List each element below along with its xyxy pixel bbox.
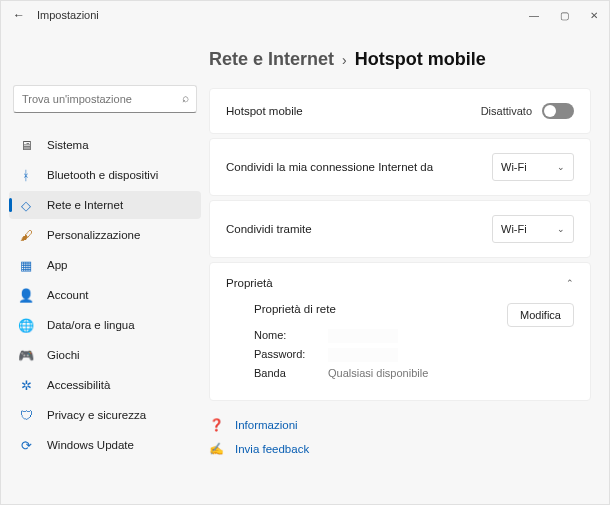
properties-section-title: Proprietà di rete xyxy=(254,303,428,315)
sidebar-item-label: Windows Update xyxy=(47,439,134,451)
share-from-card: Condividi la mia connessione Internet da… xyxy=(209,138,591,196)
sidebar-item-1[interactable]: ᚼBluetooth e dispositivi xyxy=(9,161,201,189)
sidebar-item-5[interactable]: 👤Account xyxy=(9,281,201,309)
sidebar-icon: 🛡 xyxy=(17,406,35,424)
minimize-button[interactable]: — xyxy=(519,1,549,29)
window-controls: — ▢ ✕ xyxy=(519,1,609,29)
back-button[interactable]: ← xyxy=(9,5,29,25)
edit-button[interactable]: Modifica xyxy=(507,303,574,327)
chevron-up-icon: ⌃ xyxy=(566,278,574,288)
feedback-link[interactable]: Invia feedback xyxy=(235,443,309,455)
sidebar-item-label: Account xyxy=(47,289,89,301)
prop-name-value xyxy=(328,329,398,343)
search-icon: ⌕ xyxy=(182,91,189,105)
breadcrumb-current: Hotspot mobile xyxy=(355,49,486,70)
sidebar-icon: ▦ xyxy=(17,256,35,274)
sidebar-item-6[interactable]: 🌐Data/ora e lingua xyxy=(9,311,201,339)
sidebar-item-3[interactable]: 🖌Personalizzazione xyxy=(9,221,201,249)
window-title: Impostazioni xyxy=(37,9,99,21)
hotspot-state-text: Disattivato xyxy=(481,105,532,117)
prop-name-label: Nome: xyxy=(254,329,310,345)
help-link[interactable]: Informazioni xyxy=(235,419,298,431)
sidebar-item-9[interactable]: 🛡Privacy e sicurezza xyxy=(9,401,201,429)
prop-password-label: Password: xyxy=(254,348,310,364)
sidebar-icon: 👤 xyxy=(17,286,35,304)
sidebar: ⌕ 🖥SistemaᚼBluetooth e dispositivi◇Rete … xyxy=(1,29,209,504)
share-over-value: Wi-Fi xyxy=(501,223,527,235)
help-icon: ❓ xyxy=(209,418,225,432)
sidebar-item-7[interactable]: 🎮Giochi xyxy=(9,341,201,369)
search-wrap: ⌕ xyxy=(13,85,197,113)
properties-expander[interactable]: Proprietà ⌃ xyxy=(226,277,574,289)
sidebar-item-10[interactable]: ⟳Windows Update xyxy=(9,431,201,459)
sidebar-item-label: App xyxy=(47,259,67,271)
chevron-down-icon: ⌄ xyxy=(557,224,565,234)
share-over-label: Condividi tramite xyxy=(226,223,312,235)
sidebar-item-label: Data/ora e lingua xyxy=(47,319,135,331)
breadcrumb-parent[interactable]: Rete e Internet xyxy=(209,49,334,70)
titlebar: ← Impostazioni — ▢ ✕ xyxy=(1,1,609,29)
hotspot-toggle-card: Hotspot mobile Disattivato xyxy=(209,88,591,134)
sidebar-item-label: Giochi xyxy=(47,349,80,361)
share-from-value: Wi-Fi xyxy=(501,161,527,173)
properties-card: Proprietà ⌃ Proprietà di rete Nome: Pass… xyxy=(209,262,591,401)
search-input[interactable] xyxy=(13,85,197,113)
breadcrumb: Rete e Internet › Hotspot mobile xyxy=(209,49,591,70)
prop-band-value: Qualsiasi disponibile xyxy=(328,367,428,379)
maximize-button[interactable]: ▢ xyxy=(549,1,579,29)
sidebar-icon: 🖥 xyxy=(17,136,35,154)
sidebar-icon: ✲ xyxy=(17,376,35,394)
sidebar-icon: ᚼ xyxy=(17,166,35,184)
close-button[interactable]: ✕ xyxy=(579,1,609,29)
chevron-down-icon: ⌄ xyxy=(557,162,565,172)
sidebar-item-8[interactable]: ✲Accessibilità xyxy=(9,371,201,399)
prop-band-label: Banda xyxy=(254,367,310,379)
sidebar-item-4[interactable]: ▦App xyxy=(9,251,201,279)
hotspot-label: Hotspot mobile xyxy=(226,105,303,117)
chevron-right-icon: › xyxy=(342,52,347,68)
sidebar-icon: ⟳ xyxy=(17,436,35,454)
properties-header: Proprietà xyxy=(226,277,273,289)
sidebar-item-2[interactable]: ◇Rete e Internet xyxy=(9,191,201,219)
sidebar-item-label: Bluetooth e dispositivi xyxy=(47,169,158,181)
sidebar-icon: 🎮 xyxy=(17,346,35,364)
sidebar-icon: ◇ xyxy=(17,196,35,214)
sidebar-icon: 🌐 xyxy=(17,316,35,334)
share-from-label: Condividi la mia connessione Internet da xyxy=(226,161,433,173)
sidebar-item-label: Personalizzazione xyxy=(47,229,140,241)
sidebar-item-label: Privacy e sicurezza xyxy=(47,409,146,421)
share-over-card: Condividi tramite Wi-Fi ⌄ xyxy=(209,200,591,258)
sidebar-item-0[interactable]: 🖥Sistema xyxy=(9,131,201,159)
share-over-select[interactable]: Wi-Fi ⌄ xyxy=(492,215,574,243)
sidebar-item-label: Accessibilità xyxy=(47,379,110,391)
main-content: Rete e Internet › Hotspot mobile Hotspot… xyxy=(209,29,609,504)
sidebar-icon: 🖌 xyxy=(17,226,35,244)
feedback-icon: ✍ xyxy=(209,442,225,456)
hotspot-toggle[interactable] xyxy=(542,103,574,119)
footer-links: ❓ Informazioni ✍ Invia feedback xyxy=(209,413,591,461)
sidebar-item-label: Sistema xyxy=(47,139,89,151)
prop-password-value xyxy=(328,348,398,362)
share-from-select[interactable]: Wi-Fi ⌄ xyxy=(492,153,574,181)
sidebar-item-label: Rete e Internet xyxy=(47,199,123,211)
nav-list: 🖥SistemaᚼBluetooth e dispositivi◇Rete e … xyxy=(9,131,201,459)
